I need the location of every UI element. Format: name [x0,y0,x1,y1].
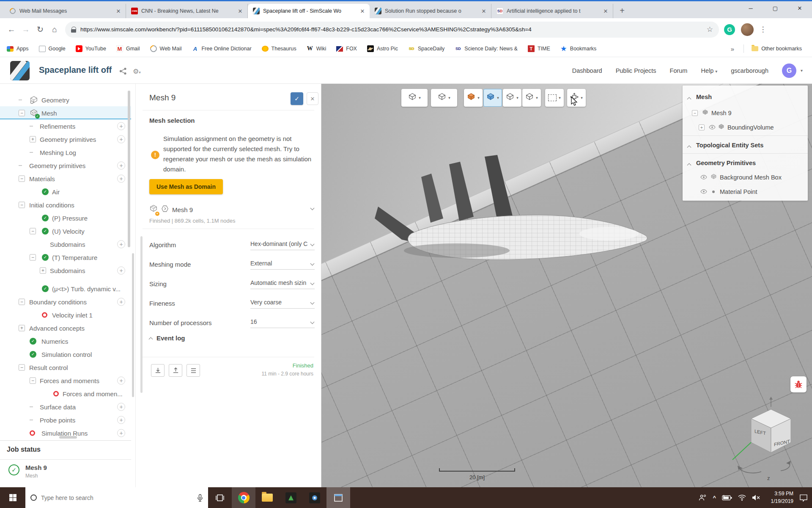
share-icon[interactable] [119,67,127,77]
add-button[interactable]: + [117,376,125,384]
add-button[interactable]: + [117,174,125,182]
tree-expand-box[interactable] [19,202,25,208]
tree-item[interactable]: ✓ ✓ Simulation control + [0,348,131,361]
tree-item[interactable]: ✓ ✓ Geometry primitives + [0,159,131,172]
search-input[interactable] [41,494,193,501]
add-button[interactable]: + [117,403,125,411]
add-button[interactable]: + [117,429,125,437]
add-button[interactable]: + [117,266,125,274]
tab-webmail[interactable]: Web Mail Messages ✕ [4,4,126,18]
job-name[interactable]: Mesh 9 [25,464,47,471]
microphone-icon[interactable] [197,494,203,502]
start-button[interactable] [0,487,25,508]
bookmark-item[interactable]: SD Science Daily: News & [455,45,518,52]
tree-expand-box[interactable]: + [699,124,705,130]
tree-item[interactable]: ✓ ✓ Boundary conditions + [0,295,131,308]
hidden-icons-chevron[interactable]: ^ [713,494,716,501]
viewport-tool-button[interactable]: ▾ [545,89,564,107]
tab-solution-run[interactable]: Solution Run stopped because o ✕ [370,4,491,18]
viewport-tool-button[interactable]: ▾ [483,89,502,107]
tree-item[interactable]: ✓ ✓ (P) Pressure + [0,211,131,224]
wifi-icon[interactable] [738,494,746,501]
tree-expand-box[interactable]: − [692,110,698,116]
url-field[interactable]: ☆ [65,22,719,38]
bookmark-item[interactable]: A Free Online Dictionar [192,45,251,52]
add-button[interactable]: + [117,161,125,169]
tree-expand-box[interactable] [30,136,36,142]
add-button[interactable]: + [117,240,125,248]
browser-menu-icon[interactable]: ⋮ [759,25,767,34]
home-icon[interactable]: ⌂ [47,22,62,37]
scene-geom-header[interactable]: Geometry Primitives [683,156,808,170]
tree-item[interactable]: ✓ ✓ Refinements + [0,119,131,133]
tree-item[interactable]: ✓ ✓ Meshing Log + [0,146,131,159]
bookmark-item[interactable]: ★ Bookmarks [560,45,597,52]
tree-item[interactable]: ✓ ✓ Surface data + [0,400,131,413]
bookmark-item[interactable]: Web Mail [150,45,182,52]
tab-close-icon[interactable]: ✕ [602,7,609,15]
viewport-tool-button[interactable]: ▾ [503,89,521,107]
scene-matpoint-row[interactable]: Material Point [683,185,808,199]
tab-cnn[interactable]: CNN CNN - Breaking News, Latest Ne ✕ [126,4,248,18]
tree-item[interactable]: ✓ ✓ (T) Temperature + [0,251,131,264]
forward-icon[interactable]: → [19,22,33,37]
tab-simscale-active[interactable]: Spaceplane lift off - SimScale Wo ✕ [248,4,370,18]
nav-public-projects[interactable]: Public Projects [616,67,656,74]
avatar-caret-icon[interactable]: ▾ [801,68,803,73]
bookmark-item[interactable]: W Wiki [307,45,326,52]
tree-expand-box[interactable] [19,110,25,116]
user-avatar[interactable]: G [782,64,796,78]
tab-sciencedaily[interactable]: SD Artificial intelligence applied to t … [491,4,613,18]
upload-button[interactable] [169,364,182,377]
log-list-button[interactable] [187,364,200,377]
add-button[interactable]: + [117,135,125,143]
viewport-tool-button[interactable]: ▾ [401,89,428,107]
orientation-cube[interactable]: LEFT FRONT z [727,395,811,482]
select-field[interactable]: Hex-dominant (only C [250,239,315,250]
tree-expand-box[interactable] [40,267,46,273]
select-field[interactable]: 16 [250,317,315,328]
nav-dashboard[interactable]: Dashboard [572,67,602,74]
action-center-icon[interactable] [799,494,808,502]
scene-mesh-header[interactable]: Mesh [683,90,808,104]
tree-item[interactable]: ✓ ✓ Velocity inlet 1 + [0,308,131,321]
tree-item[interactable]: ✓ ✓ Numerics + [0,334,131,348]
viewport-tool-button[interactable]: ▾ [522,89,541,107]
tree-expand-box[interactable] [19,325,25,331]
battery-icon[interactable] [722,495,732,500]
bookmark-item[interactable]: Thesaurus [262,46,296,52]
close-button[interactable]: ✕ [787,0,812,16]
select-field[interactable]: Very coarse [250,298,315,309]
tree-expand-box[interactable] [19,175,25,182]
simscale-logo[interactable] [10,61,30,80]
file-explorer-icon[interactable] [255,487,279,508]
tree-item[interactable]: ✓ ✓ Subdomains + [0,237,131,251]
tab-close-icon[interactable]: ✕ [115,7,122,15]
tree-item[interactable]: ✓ ✓ Air + [0,185,131,198]
scene-mesh9-row[interactable]: − Mesh 9 [683,106,808,120]
apply-button[interactable]: ✓ [291,92,303,105]
collapse-icon[interactable] [687,97,691,101]
tree-item[interactable]: ✓ ✓ (μ<t>) Turb. dynamic v... + [0,282,131,295]
tab-close-icon[interactable]: ✕ [236,7,244,15]
new-tab-button[interactable]: + [616,4,628,17]
bookmark-item[interactable]: YouTube [76,45,106,52]
nav-forum[interactable]: Forum [670,67,688,74]
tree-item[interactable]: ✓ ✓ Result control + [0,361,131,374]
eye-icon[interactable] [700,188,707,195]
other-bookmarks[interactable]: Other bookmarks [752,46,802,52]
tree-item[interactable]: ✓ ✓ Subdomains + [0,264,131,277]
tree-expand-box[interactable] [19,298,25,305]
volume-muted-icon[interactable] [752,494,760,501]
gutter-scrollbar[interactable] [132,253,134,397]
minimize-button[interactable]: ─ [738,0,763,16]
spaceplane-mesh-model[interactable] [372,152,651,275]
viewport-tool-button[interactable]: ▾ [431,89,457,107]
tab-close-icon[interactable]: ✕ [480,7,488,15]
taskbar-search[interactable] [25,487,208,508]
grammarly-extension-icon[interactable]: G [724,24,735,35]
add-button[interactable]: + [117,416,125,424]
bookmark-item[interactable]: Apps [7,46,29,52]
tree-expand-box[interactable] [30,228,36,234]
bookmarks-overflow-icon[interactable]: » [731,45,734,52]
